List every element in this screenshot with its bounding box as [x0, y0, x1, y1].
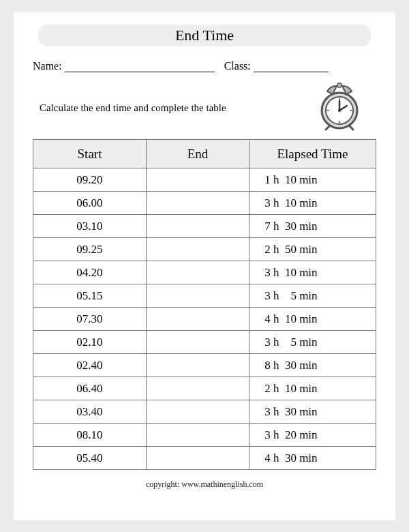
cell-elapsed: 3 h 10 min [249, 192, 376, 215]
table-row: 03.40 3 h 30 min [33, 400, 376, 424]
copyright-footer: copyright: www.mathinenglish.com [33, 479, 376, 490]
clock-icon [316, 82, 363, 134]
cell-start: 06.00 [33, 192, 147, 215]
table-row: 09.20 1 h 10 min [33, 168, 376, 192]
cell-elapsed: 3 h 5 min [249, 331, 376, 354]
cell-start: 03.40 [33, 400, 147, 424]
svg-point-5 [338, 109, 341, 112]
cell-start: 03.10 [33, 215, 147, 238]
cell-end[interactable] [146, 284, 249, 308]
table-header-row: Start End Elapsed Time [33, 140, 376, 168]
cell-elapsed: 4 h 10 min [249, 308, 376, 331]
worksheet-title: End Time [38, 25, 371, 46]
cell-elapsed: 2 h 50 min [249, 238, 376, 261]
name-class-row: Name: Class: [33, 60, 376, 72]
cell-end[interactable] [146, 447, 249, 470]
cell-end[interactable] [146, 400, 249, 424]
cell-end[interactable] [146, 354, 249, 377]
svg-line-11 [349, 125, 353, 130]
cell-end[interactable] [146, 261, 249, 284]
col-header-start: Start [33, 140, 147, 168]
table-row: 05.15 3 h 5 min [33, 284, 376, 308]
name-label: Name: [33, 60, 62, 72]
svg-line-10 [326, 125, 330, 130]
cell-end[interactable] [146, 168, 249, 192]
cell-start: 05.15 [33, 284, 147, 308]
cell-start: 04.20 [33, 261, 147, 284]
cell-elapsed: 7 h 30 min [249, 215, 376, 238]
cell-elapsed: 3 h 10 min [249, 261, 376, 284]
instruction-row: Calculate the end time and complete the … [33, 82, 376, 134]
cell-elapsed: 2 h 10 min [249, 377, 376, 400]
cell-end[interactable] [146, 377, 249, 400]
cell-start: 02.40 [33, 354, 147, 377]
worksheet-sheet: End Time Name: Class: Calculate the end … [14, 12, 395, 520]
title-text: End Time [175, 27, 234, 44]
cell-start: 05.40 [33, 447, 147, 470]
table-row: 05.40 4 h 30 min [33, 447, 376, 470]
cell-elapsed: 8 h 30 min [249, 354, 376, 377]
table-row: 03.10 7 h 30 min [33, 215, 376, 238]
time-table: Start End Elapsed Time 09.20 1 h 10 min0… [33, 139, 376, 470]
cell-elapsed: 3 h 20 min [249, 424, 376, 447]
table-row: 02.40 8 h 30 min [33, 354, 376, 377]
table-row: 06.40 2 h 10 min [33, 377, 376, 400]
cell-elapsed: 1 h 10 min [249, 168, 376, 192]
cell-end[interactable] [146, 331, 249, 354]
instruction-text: Calculate the end time and complete the … [33, 102, 226, 114]
cell-start: 07.30 [33, 308, 147, 331]
cell-start: 06.40 [33, 377, 147, 400]
class-blank[interactable] [254, 61, 329, 72]
cell-end[interactable] [146, 238, 249, 261]
table-row: 02.10 3 h 5 min [33, 331, 376, 354]
cell-start: 02.10 [33, 331, 147, 354]
cell-elapsed: 3 h 30 min [249, 400, 376, 424]
cell-elapsed: 4 h 30 min [249, 447, 376, 470]
col-header-end: End [146, 140, 249, 168]
cell-end[interactable] [146, 424, 249, 447]
table-row: 08.10 3 h 20 min [33, 424, 376, 447]
table-row: 04.20 3 h 10 min [33, 261, 376, 284]
cell-start: 08.10 [33, 424, 147, 447]
table-row: 07.30 4 h 10 min [33, 308, 376, 331]
class-label: Class: [224, 60, 251, 72]
svg-rect-2 [337, 83, 342, 87]
col-header-elapsed: Elapsed Time [249, 140, 376, 168]
cell-end[interactable] [146, 308, 249, 331]
cell-end[interactable] [146, 192, 249, 215]
cell-end[interactable] [146, 215, 249, 238]
name-blank[interactable] [65, 61, 215, 72]
table-row: 06.00 3 h 10 min [33, 192, 376, 215]
cell-elapsed: 3 h 5 min [249, 284, 376, 308]
cell-start: 09.25 [33, 238, 147, 261]
cell-start: 09.20 [33, 168, 147, 192]
table-row: 09.25 2 h 50 min [33, 238, 376, 261]
